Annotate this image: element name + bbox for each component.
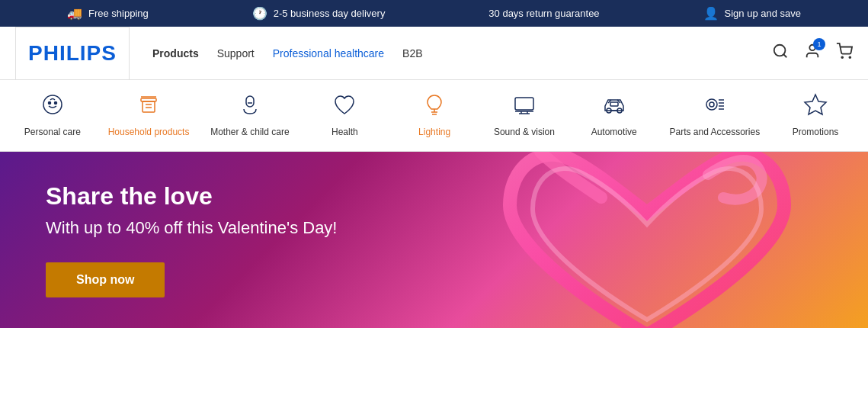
parts-icon (703, 92, 727, 121)
promotions-label: Promotions (793, 127, 839, 139)
hero-subtitle: With up to 40% off this Valentine's Day! (46, 217, 337, 240)
return-info: 30 days return guarantee (488, 8, 599, 19)
signup-label: Sign up and save (725, 8, 801, 19)
category-personal-care[interactable]: Personal care (18, 92, 87, 139)
category-nav: Personal care Household products Mother … (0, 80, 868, 152)
lighting-icon (422, 92, 447, 121)
return-label: 30 days return guarantee (488, 8, 599, 19)
svg-point-6 (48, 102, 50, 104)
svg-point-0 (774, 45, 786, 56)
svg-point-5 (43, 95, 62, 114)
svg-point-4 (849, 56, 850, 58)
nav-products[interactable]: Products (152, 47, 199, 59)
health-label: Health (332, 127, 358, 139)
category-sound-vision[interactable]: Sound & vision (490, 92, 559, 139)
hero-banner: Share the love With up to 40% off this V… (0, 152, 868, 329)
health-icon (332, 92, 357, 121)
free-shipping-info: 🚚 Free shipping (67, 6, 149, 21)
account-badge: 1 (813, 38, 825, 50)
category-parts[interactable]: Parts and Accessories (669, 92, 760, 139)
svg-point-7 (54, 102, 56, 104)
personal-care-icon (40, 92, 65, 121)
category-lighting[interactable]: Lighting (400, 92, 469, 139)
automotive-icon (602, 92, 626, 121)
logo-text: PHILIPS (28, 41, 117, 66)
parts-label: Parts and Accessories (669, 127, 760, 139)
category-household[interactable]: Household products (108, 92, 190, 139)
clock-icon: 🕐 (252, 6, 267, 21)
truck-icon: 🚚 (67, 6, 82, 21)
svg-marker-30 (805, 95, 826, 114)
hero-title: Share the love (46, 182, 337, 211)
logo[interactable]: PHILIPS (15, 27, 130, 80)
category-promotions[interactable]: Promotions (781, 92, 850, 139)
nav-b2b[interactable]: B2B (402, 47, 422, 59)
svg-line-1 (783, 54, 786, 57)
sound-vision-icon (512, 92, 536, 121)
sound-vision-label: Sound & vision (494, 127, 555, 139)
personal-care-label: Personal care (24, 127, 81, 139)
household-label: Household products (108, 127, 190, 139)
svg-point-24 (706, 99, 717, 110)
nav-professional[interactable]: Professional healthcare (273, 47, 384, 59)
category-automotive[interactable]: Automotive (580, 92, 649, 139)
mother-child-label: Mother & child care (210, 127, 289, 139)
mother-child-icon (238, 92, 262, 121)
svg-rect-23 (610, 102, 618, 106)
ribbon-icon (487, 152, 830, 329)
svg-rect-11 (246, 96, 254, 107)
free-shipping-label: Free shipping (88, 8, 149, 19)
signup-info: 👤 Sign up and save (703, 6, 801, 21)
search-button[interactable] (772, 43, 789, 63)
delivery-info: 🕐 2-5 business day delivery (252, 6, 386, 21)
automotive-label: Automotive (591, 127, 637, 139)
lighting-label: Lighting (418, 127, 450, 139)
nav-support[interactable]: Support (217, 47, 255, 59)
header: PHILIPS Products Support Professional he… (0, 27, 868, 80)
svg-rect-15 (515, 98, 533, 110)
category-mother-child[interactable]: Mother & child care (210, 92, 289, 139)
shop-now-button[interactable]: Shop now (46, 262, 165, 297)
header-actions: 1 (772, 43, 853, 63)
household-icon (136, 92, 161, 121)
top-banner: 🚚 Free shipping 🕐 2-5 business day deliv… (0, 0, 868, 27)
user-icon: 👤 (703, 6, 719, 21)
cart-button[interactable] (836, 43, 853, 63)
svg-rect-9 (143, 101, 155, 112)
main-nav: Products Support Professional healthcare… (152, 47, 772, 59)
hero-content: Share the love With up to 40% off this V… (46, 182, 337, 298)
svg-point-3 (841, 56, 843, 58)
svg-point-25 (709, 102, 714, 107)
hero-decoration (487, 152, 868, 329)
promotions-icon (803, 92, 828, 121)
delivery-label: 2-5 business day delivery (274, 8, 386, 19)
category-health[interactable]: Health (310, 92, 379, 139)
account-button[interactable]: 1 (804, 43, 821, 63)
